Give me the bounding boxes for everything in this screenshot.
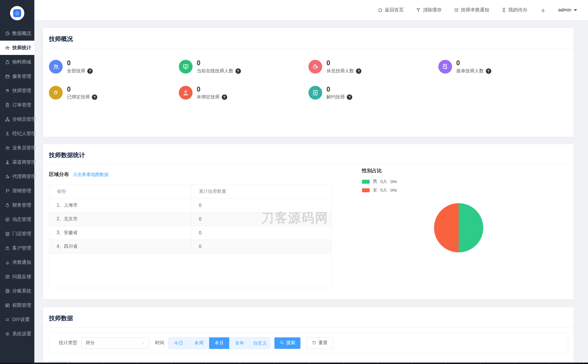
help-icon[interactable]: ?: [222, 94, 227, 100]
legend-row-female[interactable]: 女0人0%: [362, 187, 400, 193]
legend-swatch: [362, 188, 370, 192]
region-cell-province: 1、上海市: [49, 202, 191, 208]
time-option-2[interactable]: 本周: [189, 337, 209, 349]
region-cell-count: 0: [191, 226, 331, 240]
card-title-statistics: 技师数据统计: [49, 151, 568, 164]
stat-value: 0: [197, 86, 227, 94]
help-icon[interactable]: ?: [486, 68, 491, 74]
notification-bell-button[interactable]: [541, 7, 546, 13]
stat-label: 休息技师人数: [326, 68, 354, 74]
time-option-1[interactable]: 今日: [169, 337, 189, 349]
sidebar-item-14[interactable]: 动态管理: [0, 212, 34, 227]
sidebar-item-9[interactable]: 业务员管理: [0, 141, 34, 155]
sidebar-item-4[interactable]: 服务管理: [0, 69, 34, 84]
region-heading: 区域分布: [49, 171, 69, 178]
sidebar-item-20[interactable]: 权限管理: [0, 298, 34, 312]
marketing-icon: [5, 188, 10, 193]
feedback-icon: [5, 274, 10, 279]
stat-label: 当前在线技师人数: [197, 68, 233, 74]
reset-button[interactable]: 重置: [306, 337, 333, 349]
stat-value: 0: [456, 59, 491, 67]
time-option-5[interactable]: 自定义: [250, 337, 270, 349]
stat-item: 0未绑定技师?: [179, 86, 309, 100]
gender-ratio-block: 性别占比 男0人0%女0人0%: [362, 167, 400, 193]
sidebar-item-7[interactable]: 分销员管理: [0, 112, 34, 126]
sidebar-item-1[interactable]: 数据概况: [0, 26, 34, 41]
search-button[interactable]: 搜索: [274, 337, 300, 349]
sidebar-item-2[interactable]: 技师统计: [0, 41, 34, 55]
sidebar-item-6[interactable]: 订单管理: [0, 98, 34, 112]
stat-icon-circle: [49, 86, 63, 100]
sidebar-item-11[interactable]: 代理商管理: [0, 169, 34, 184]
sidebar-item-3[interactable]: 物料商城: [0, 55, 34, 69]
user-menu[interactable]: admin: [558, 7, 577, 13]
sidebar: 数据概况技师统计物料商城服务管理技师管理订单管理分销员管理经纪人管理业务员管理渠…: [0, 0, 34, 364]
stat-item: 0全部技师?: [49, 59, 179, 74]
region-table-row[interactable]: 3、安徽省0: [49, 226, 331, 240]
sidebar-item-5[interactable]: 技师管理: [0, 84, 34, 98]
topbar-link-1[interactable]: 返回首页: [378, 7, 404, 13]
time-option-4[interactable]: 全年: [229, 337, 250, 349]
stat-icon-circle: [179, 60, 193, 74]
help-icon[interactable]: ?: [92, 94, 97, 100]
diy-icon: [5, 317, 10, 322]
topbar-link-3[interactable]: 技师求救通知: [454, 7, 489, 13]
pie-chart-icon: [5, 31, 10, 36]
app-logo[interactable]: [0, 0, 34, 26]
sidebar-item-22[interactable]: 系统设置: [0, 327, 34, 341]
help-icon[interactable]: ?: [356, 68, 361, 74]
topbar-link-4[interactable]: 我的待办: [501, 7, 527, 13]
compass-icon: [5, 217, 10, 222]
salesman-icon: [5, 145, 10, 151]
page: 数据概况技师统计物料商城服务管理技师管理订单管理分销员管理经纪人管理业务员管理渠…: [0, 0, 588, 364]
topbar-link-2[interactable]: 清除缓存: [416, 7, 442, 13]
sidebar-item-12[interactable]: 营销管理: [0, 184, 34, 198]
region-table-row[interactable]: 2、北京市0: [49, 212, 331, 226]
divider: [43, 164, 574, 165]
sidebar-item-label: 经纪人管理: [12, 130, 36, 137]
time-range-segmented: 今日本周本月全年自定义: [168, 337, 270, 349]
chevron-down-icon: [141, 341, 145, 345]
region-cell-count: 0: [191, 240, 331, 253]
topbar-link-label: 技师求救通知: [461, 7, 489, 13]
divider: [43, 327, 574, 328]
sidebar-item-17[interactable]: 求救通知: [0, 255, 34, 270]
stat-type-select[interactable]: 评分: [81, 337, 149, 349]
region-table-row[interactable]: 4、四川省0: [49, 240, 331, 254]
legend-count: 0人: [381, 179, 387, 185]
time-option-3[interactable]: 本月: [209, 337, 229, 349]
bar-chart-icon: [5, 45, 10, 50]
sidebar-item-8[interactable]: 经纪人管理: [0, 126, 34, 141]
sidebar-item-label: 动态管理: [12, 216, 31, 223]
sidebar-item-19[interactable]: 分账系统: [0, 284, 34, 298]
home-icon: [13, 9, 21, 17]
stat-item: 0解约技师?: [308, 86, 438, 100]
sidebar-item-21[interactable]: DIY设置: [0, 312, 34, 327]
sidebar-item-label: 分销员管理: [12, 116, 36, 122]
help-icon[interactable]: ?: [87, 68, 93, 74]
sidebar-item-15[interactable]: 门店管理: [0, 227, 34, 241]
stat-label: 接单技师人数: [456, 68, 484, 74]
sidebar-item-label: 数据概况: [12, 30, 31, 37]
region-cell-count: 0: [191, 212, 331, 226]
sidebar-item-label: 财务管理: [12, 202, 31, 208]
legend-pct: 0%: [391, 179, 397, 184]
region-table: 省份累计技师数量1、上海市02、北京市03、安徽省04、四川省0: [49, 185, 332, 288]
gender-pie-chart[interactable]: [434, 203, 483, 252]
sidebar-item-18[interactable]: 问题反馈: [0, 270, 34, 284]
sidebar-item-label: 技师统计: [12, 45, 31, 51]
region-distribution-header: 区域分布 点击查看地图数据: [49, 171, 568, 178]
card-title-data: 技师数据: [49, 314, 568, 327]
legend-row-male[interactable]: 男0人0%: [362, 179, 400, 185]
legend-label: 女: [373, 187, 377, 193]
ledger-icon: [5, 288, 10, 294]
sidebar-item-13[interactable]: 财务管理: [0, 198, 34, 212]
view-map-data-link[interactable]: 点击查看地图数据: [73, 172, 108, 178]
region-table-row[interactable]: 1、上海市0: [49, 199, 331, 212]
sidebar-item-10[interactable]: 渠道商管理: [0, 155, 34, 169]
channel-icon: [5, 160, 10, 165]
help-icon[interactable]: ?: [347, 94, 352, 100]
stat-label: 已绑定技师: [67, 94, 90, 100]
help-icon[interactable]: ?: [235, 68, 241, 74]
sidebar-item-16[interactable]: 客户管理: [0, 241, 34, 255]
